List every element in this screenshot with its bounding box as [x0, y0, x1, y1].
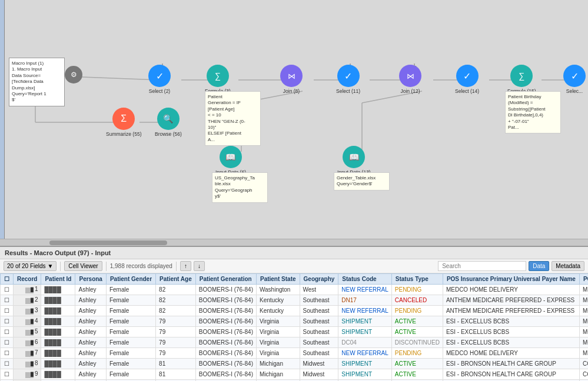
join12-label: Join (12) — [400, 88, 420, 94]
row-payer-name: ESI - EXCELLUS BCBS — [443, 316, 579, 327]
scroll-thumb[interactable] — [49, 240, 167, 245]
join8-node[interactable]: ⋈ Join (8) — [280, 65, 303, 94]
row-status-code: NEW REFERRAL — [338, 285, 391, 295]
col-header-state[interactable]: Patient State — [256, 274, 300, 285]
row-gender: Female — [106, 359, 155, 369]
select2-node[interactable]: ✓ Select (2) — [148, 65, 171, 94]
row-checkbox[interactable]: ☐ — [1, 337, 14, 348]
data-tab-button[interactable]: Data — [529, 261, 549, 271]
row-age: 79 — [156, 327, 196, 337]
workflow-canvas[interactable]: L L L Macro Input (1) 1. Macro Input Dat… — [0, 0, 588, 247]
records-count: 1,988 records displayed — [110, 263, 172, 269]
inputdata13-node[interactable]: 📖 Input Data (13) — [337, 146, 371, 175]
formula15-node[interactable]: ∑ Formula (15) — [507, 65, 536, 94]
summarize55-node[interactable]: Σ Summarize (55) — [106, 108, 141, 137]
macro-input-node[interactable]: Macro Input (1) 1. Macro Input Data Sour… — [9, 58, 65, 106]
table-row[interactable]: ☐ █9 ████ Ashley Female 81 BOOMERS-I (76… — [1, 369, 589, 380]
row-checkbox[interactable]: ☐ — [1, 359, 14, 369]
table-row[interactable]: ☐ █1 ████ Ashley Female 82 BOOMERS-I (76… — [1, 285, 589, 295]
table-row[interactable]: ☐ █2 ████ Ashley Female 82 BOOMERS-I (76… — [1, 295, 589, 306]
row-state: Virginia — [256, 337, 300, 348]
select14-node[interactable]: ✓ Select (14) — [455, 65, 479, 94]
inputdata6-tooltip: US_Geography_Table.xlsxQuery='Geography$… — [212, 172, 268, 203]
row-geography: Southeast — [300, 306, 338, 316]
col-header-status-code[interactable]: Status Code — [338, 274, 391, 285]
row-payer-short: MEDCO CHAN — [579, 285, 588, 295]
next-record-button[interactable]: ↓ — [194, 261, 205, 271]
row-checkbox[interactable]: ☐ — [1, 327, 14, 337]
data-table-container[interactable]: ☐ Record Patient Id Persona Patient Gend… — [0, 273, 588, 381]
cell-viewer-button[interactable]: Cell Viewer — [64, 261, 102, 271]
row-checkbox[interactable]: ☐ — [1, 295, 14, 306]
select14-label: Select (14) — [455, 88, 479, 94]
row-age: 79 — [156, 337, 196, 348]
row-geography: Southeast — [300, 316, 338, 327]
row-checkbox[interactable]: ☐ — [1, 348, 14, 359]
row-status-code: SHIPMENT — [338, 316, 391, 327]
row-gender: Female — [106, 306, 155, 316]
row-num: █8 — [14, 359, 41, 369]
row-checkbox[interactable]: ☐ — [1, 316, 14, 327]
row-generation: BOOMERS-I (76-84) — [195, 348, 256, 359]
select-last-node[interactable]: ✓ Selec... — [563, 65, 586, 94]
summarize55-label: Summarize (55) — [106, 131, 141, 137]
table-row[interactable]: ☐ █6 ████ Ashley Female 79 BOOMERS-I (76… — [1, 337, 589, 348]
row-gender: Female — [106, 285, 155, 295]
join12-node[interactable]: ⋈ Join (12) — [399, 65, 421, 94]
row-payer-name: ESI - BRONSON HEALTH CARE GROUP — [443, 369, 579, 380]
formula3-node[interactable]: ∑ Formula (3) — [205, 65, 231, 94]
row-age: 82 — [156, 285, 196, 295]
table-row[interactable]: ☐ █4 ████ Ashley Female 79 BOOMERS-I (76… — [1, 316, 589, 327]
col-header-generation[interactable]: Patient Generation — [195, 274, 256, 285]
select11-node[interactable]: ✓ Select (11) — [336, 65, 360, 94]
col-header-payer-name[interactable]: POS Insurance Primary Universal Payer Na… — [443, 274, 579, 285]
row-status-type: CANCELED — [391, 295, 443, 306]
formula15-tooltip: Patient Birthday(Modified) =Substring([P… — [505, 91, 561, 133]
col-header-age[interactable]: Patient Age — [156, 274, 196, 285]
col-header-record[interactable]: Record — [14, 274, 41, 285]
search-container: Data Metadata — [207, 261, 584, 271]
table-row[interactable]: ☐ █3 ████ Ashley Female 82 BOOMERS-I (76… — [1, 306, 589, 316]
macro-input-icon-node[interactable]: ⚙ — [65, 66, 82, 83]
canvas-scrollbar[interactable] — [0, 239, 588, 246]
row-checkbox[interactable]: ☐ — [1, 369, 14, 380]
col-header-geography[interactable]: Geography — [300, 274, 338, 285]
select2-label: Select (2) — [149, 88, 170, 94]
row-patient-id: ████ — [41, 327, 75, 337]
row-persona: Ashley — [75, 337, 106, 348]
row-num: █6 — [14, 337, 41, 348]
col-header-status-type[interactable]: Status Type — [391, 274, 443, 285]
table-row[interactable]: ☐ █7 ████ Ashley Female 79 BOOMERS-I (76… — [1, 348, 589, 359]
prev-record-button[interactable]: ↑ — [180, 261, 191, 271]
table-row[interactable]: ☐ █8 ████ Ashley Female 81 BOOMERS-I (76… — [1, 359, 589, 369]
row-payer-name: ANTHEM MEDICARE PREFERRED - EXPRESS — [443, 306, 579, 316]
metadata-tab-button[interactable]: Metadata — [552, 261, 584, 271]
col-header-gender[interactable]: Patient Gender — [106, 274, 155, 285]
row-payer-short: MEDCO CHAN — [579, 348, 588, 359]
search-input[interactable] — [438, 261, 526, 271]
row-generation: BOOMERS-I (76-84) — [195, 285, 256, 295]
browse56-label: Browse (56) — [155, 131, 182, 137]
row-age: 82 — [156, 295, 196, 306]
row-num: █7 — [14, 348, 41, 359]
col-header-checkbox[interactable]: ☐ — [1, 274, 14, 285]
separator1 — [60, 262, 61, 271]
row-checkbox[interactable]: ☐ — [1, 306, 14, 316]
data-table: ☐ Record Patient Id Persona Patient Gend… — [0, 273, 588, 381]
col-header-persona[interactable]: Persona — [75, 274, 106, 285]
row-geography: Southeast — [300, 295, 338, 306]
inputdata6-node[interactable]: 📖 Input Data (6) — [215, 146, 246, 175]
row-gender: Female — [106, 337, 155, 348]
row-patient-id: ████ — [41, 359, 75, 369]
row-generation: BOOMERS-I (76-84) — [195, 369, 256, 380]
col-header-payer-short[interactable]: POS Insurance Primary U — [579, 274, 588, 285]
row-checkbox[interactable]: ☐ — [1, 285, 14, 295]
table-row[interactable]: ☐ █5 ████ Ashley Female 79 BOOMERS-I (76… — [1, 327, 589, 337]
row-status-type: PENDING — [391, 348, 443, 359]
col-header-patient-id[interactable]: Patient Id — [41, 274, 75, 285]
browse56-node[interactable]: 🔍 Browse (56) — [155, 108, 182, 137]
row-generation: BOOMERS-I (76-84) — [195, 327, 256, 337]
fields-selector[interactable]: 20 of 20 Fields ▼ — [4, 261, 57, 271]
row-geography: West — [300, 285, 338, 295]
row-persona: Ashley — [75, 359, 106, 369]
